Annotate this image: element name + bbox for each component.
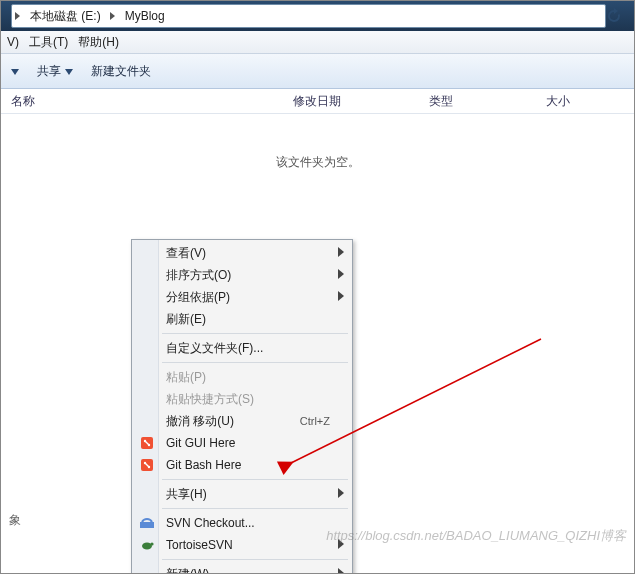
submenu-arrow-icon xyxy=(338,290,344,304)
git-icon xyxy=(139,457,155,473)
menu-separator xyxy=(162,479,348,480)
menu-item[interactable]: 撤消 移动(U)Ctrl+Z xyxy=(134,410,350,432)
menu-item-label: 粘贴快捷方式(S) xyxy=(166,391,254,408)
context-menu-list: 查看(V)排序方式(O)分组依据(P)刷新(E)自定义文件夹(F)...粘贴(P… xyxy=(134,242,350,574)
toolbar-share[interactable]: 共享 xyxy=(37,63,73,80)
menu-item[interactable]: 自定义文件夹(F)... xyxy=(134,337,350,359)
explorer-window: 本地磁盘 (E:) MyBlog V) 工具(T) 帮助(H) 共享 新建文件夹 xyxy=(0,0,635,574)
svg-point-8 xyxy=(150,542,153,545)
menu-view[interactable]: V) xyxy=(7,35,19,49)
context-menu[interactable]: 查看(V)排序方式(O)分组依据(P)刷新(E)自定义文件夹(F)...粘贴(P… xyxy=(131,239,353,574)
breadcrumb[interactable]: 本地磁盘 (E:) MyBlog xyxy=(11,4,606,28)
submenu-arrow-icon xyxy=(338,487,344,501)
menu-item-label: Git GUI Here xyxy=(166,436,235,450)
menu-item-label: 自定义文件夹(F)... xyxy=(166,340,263,357)
column-header-type[interactable]: 类型 xyxy=(419,93,536,110)
menu-item-label: 刷新(E) xyxy=(166,311,206,328)
git-icon xyxy=(139,435,155,451)
chevron-right-icon xyxy=(107,9,119,23)
empty-folder-hint: 该文件夹为空。 xyxy=(1,114,634,171)
caret-down-icon xyxy=(65,64,73,78)
tortoise-icon xyxy=(139,537,155,553)
menu-item[interactable]: SVN Checkout... xyxy=(134,512,350,534)
menu-item-label: 共享(H) xyxy=(166,486,207,503)
menu-item-shortcut: Ctrl+Z xyxy=(300,415,330,427)
menu-item-label: SVN Checkout... xyxy=(166,516,255,530)
menu-item-label: TortoiseSVN xyxy=(166,538,233,552)
toolbar: 共享 新建文件夹 xyxy=(1,54,634,89)
menu-separator xyxy=(162,508,348,509)
menu-item[interactable]: TortoiseSVN xyxy=(134,534,350,556)
menu-item[interactable]: 新建(W) xyxy=(134,563,350,574)
menu-help[interactable]: 帮助(H) xyxy=(78,34,119,51)
column-header-size[interactable]: 大小 xyxy=(536,93,634,110)
svg-rect-6 xyxy=(140,522,154,528)
breadcrumb-drive[interactable]: 本地磁盘 (E:) xyxy=(24,5,107,27)
menu-separator xyxy=(162,333,348,334)
menu-item-label: 查看(V) xyxy=(166,245,206,262)
menu-item: 粘贴快捷方式(S) xyxy=(134,388,350,410)
submenu-arrow-icon xyxy=(338,567,344,574)
menu-item-label: 分组依据(P) xyxy=(166,289,230,306)
address-bar: 本地磁盘 (E:) MyBlog xyxy=(1,1,634,31)
menu-item-label: 新建(W) xyxy=(166,566,209,575)
svn-icon xyxy=(139,515,155,531)
toolbar-new-folder[interactable]: 新建文件夹 xyxy=(91,63,151,80)
column-headers: 名称 修改日期 类型 大小 xyxy=(1,89,634,114)
menu-item: 粘贴(P) xyxy=(134,366,350,388)
toolbar-new-folder-label: 新建文件夹 xyxy=(91,63,151,80)
menu-item-label: 粘贴(P) xyxy=(166,369,206,386)
menu-item-label: 撤消 移动(U) xyxy=(166,413,234,430)
menu-item-label: Git Bash Here xyxy=(166,458,241,472)
menu-item-label: 排序方式(O) xyxy=(166,267,231,284)
submenu-arrow-icon xyxy=(338,538,344,552)
menu-item[interactable]: Git Bash Here xyxy=(134,454,350,476)
submenu-arrow-icon xyxy=(338,246,344,260)
column-header-name[interactable]: 名称 xyxy=(1,93,283,110)
menu-item[interactable]: 刷新(E) xyxy=(134,308,350,330)
menu-item[interactable]: 共享(H) xyxy=(134,483,350,505)
sidebar-cutoff-text: 象 xyxy=(9,512,21,529)
breadcrumb-folder[interactable]: MyBlog xyxy=(119,5,171,27)
menu-bar: V) 工具(T) 帮助(H) xyxy=(1,31,634,54)
chevron-right-icon xyxy=(12,9,24,23)
organize-caret-icon[interactable] xyxy=(11,64,19,78)
toolbar-share-label: 共享 xyxy=(37,63,61,80)
submenu-arrow-icon xyxy=(338,268,344,282)
menu-tools[interactable]: 工具(T) xyxy=(29,34,68,51)
menu-item[interactable]: 排序方式(O) xyxy=(134,264,350,286)
menu-separator xyxy=(162,559,348,560)
menu-separator xyxy=(162,362,348,363)
column-header-date[interactable]: 修改日期 xyxy=(283,93,419,110)
menu-item[interactable]: 查看(V) xyxy=(134,242,350,264)
menu-item[interactable]: Git GUI Here xyxy=(134,432,350,454)
refresh-icon[interactable] xyxy=(606,8,628,24)
watermark-text: https://blog.csdn.net/BADAO_LIUMANG_QIZH… xyxy=(326,527,626,545)
menu-item[interactable]: 分组依据(P) xyxy=(134,286,350,308)
